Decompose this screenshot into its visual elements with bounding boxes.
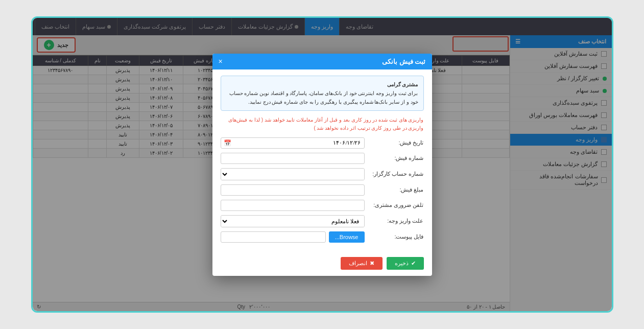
browse-button[interactable]: Browse... — [329, 231, 365, 243]
reason-label: علت واریز وجه: — [368, 218, 424, 224]
account-select[interactable] — [221, 169, 364, 180]
screen-container: انتخاب صنف سبد سهام پرتفوی شرکت سبده‌گذا… — [31, 16, 613, 313]
account-select-container — [221, 168, 365, 180]
receipt-row: شماره فیش: — [221, 153, 424, 164]
file-row: فایل پیوست: Browse... — [221, 231, 424, 243]
modal-warning: واریزی های ثبت شده در روز کاری بعد و قبل… — [221, 116, 424, 132]
phone-input[interactable] — [221, 200, 365, 211]
modal-notice: مشتری گرامی برای ثبت واریز وجه اینترنتی … — [221, 76, 424, 111]
account-label: شماره حساب کارگزار: — [368, 171, 424, 177]
phone-label: تلفن ضروری مشتری: — [368, 202, 424, 208]
notice-text: برای ثبت واریز وجه اینترنتی خود از بانک‌… — [229, 90, 418, 105]
modal-header: ثبت فیش بانکی × — [212, 54, 432, 69]
receipt-label: شماره فیش: — [368, 155, 424, 161]
checkmark-icon: ✔ — [411, 260, 416, 267]
calendar-icon[interactable]: 📅 — [221, 138, 234, 148]
date-input-container: 📅 — [221, 137, 365, 149]
account-row: شماره حساب کارگزار: — [221, 168, 424, 180]
amount-input[interactable] — [221, 184, 365, 196]
cross-icon: ✖ — [370, 260, 374, 267]
reason-select[interactable]: فعلا نامعلوم — [221, 216, 364, 227]
warning-text: واریزی های ثبت شده در روز کاری بعد و قبل… — [228, 117, 423, 131]
modal-footer: ✔ ذخیره ✖ انصراف — [212, 253, 432, 276]
amount-row: مبلغ فیش: — [221, 184, 424, 196]
notice-title: مشتری گرامی — [387, 82, 418, 87]
cancel-label: انصراف — [349, 260, 367, 267]
file-label: فایل پیوست: — [368, 233, 424, 240]
file-path-input[interactable] — [221, 231, 326, 243]
date-label: تاریخ فیش: — [368, 139, 424, 146]
reason-row: علت واریز وجه: فعلا نامعلوم — [221, 215, 424, 227]
modal-body: مشتری گرامی برای ثبت واریز وجه اینترنتی … — [212, 69, 432, 253]
modal-overlay: ثبت فیش بانکی × مشتری گرامی برای ثبت وار… — [33, 18, 612, 311]
modal-close-button[interactable]: × — [219, 58, 223, 65]
receipt-input[interactable] — [221, 153, 365, 164]
cancel-button[interactable]: ✖ انصراف — [341, 257, 383, 270]
amount-label: مبلغ فیش: — [368, 186, 424, 193]
modal-title: ثبت فیش بانکی — [382, 58, 425, 65]
reason-select-container: فعلا نامعلوم — [221, 215, 365, 227]
modal-dialog: ثبت فیش بانکی × مشتری گرامی برای ثبت وار… — [212, 54, 432, 276]
phone-row: تلفن ضروری مشتری: — [221, 200, 424, 211]
save-button[interactable]: ✔ ذخیره — [387, 257, 424, 270]
date-input[interactable] — [234, 138, 364, 148]
date-row: تاریخ فیش: 📅 — [221, 137, 424, 149]
save-label: ذخیره — [395, 260, 409, 267]
